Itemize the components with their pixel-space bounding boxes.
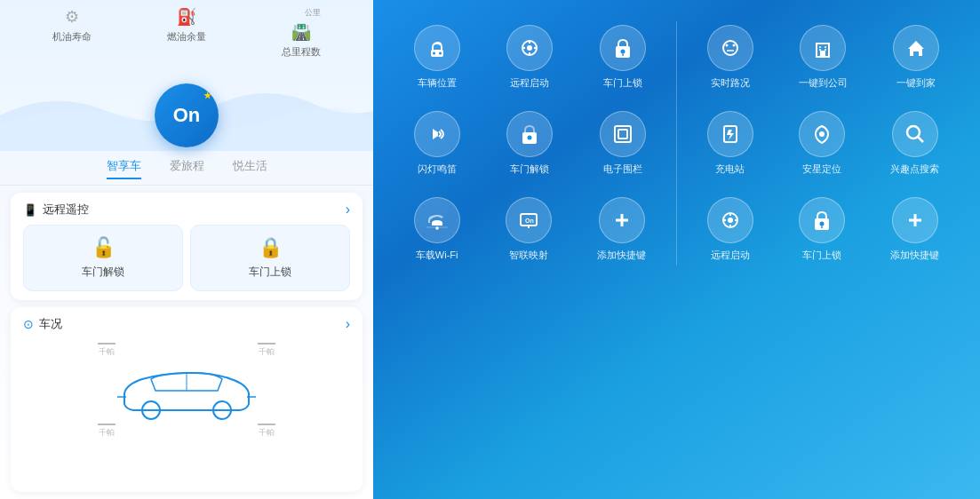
car-status-arrow-icon[interactable]: ›: [346, 316, 350, 332]
grid-add-shortcut1[interactable]: 添加快捷键: [594, 194, 649, 265]
svg-marker-17: [433, 129, 438, 139]
e-fence-icon: [600, 111, 646, 157]
car-position-icon: [414, 25, 460, 71]
km-unit: 公里: [305, 7, 321, 19]
door-lock2-icon: [799, 197, 845, 243]
to-office-icon: [800, 25, 846, 71]
grid-car-position[interactable]: 车辆位置: [410, 21, 464, 93]
tr-dash: [258, 343, 275, 345]
right-grid: 实时路况 一键到公司 一键到家: [684, 21, 962, 265]
to-home-icon: [893, 25, 939, 71]
grid-car-wifi[interactable]: 车载Wi-Fi: [410, 194, 464, 265]
remote-icon: 📱: [23, 203, 37, 217]
fuel-label: 燃油余量: [167, 30, 206, 44]
svg-point-29: [723, 41, 737, 55]
e-fence-label: 电子围栏: [603, 162, 642, 176]
svg-rect-34: [820, 51, 825, 57]
tr-label: 千帕: [259, 346, 275, 358]
logo-star: ★: [203, 91, 211, 100]
door-unlock-icon: [506, 111, 553, 157]
grid-e-fence[interactable]: 电子围栏: [596, 107, 649, 179]
remote-start2-label: 远程启动: [711, 249, 750, 262]
smart-cast-icon: On: [506, 197, 552, 243]
charging-station-label: 充电站: [715, 162, 745, 176]
tab-route[interactable]: 爱旅程: [170, 158, 204, 179]
safe-locate-label: 安星定位: [802, 162, 841, 176]
remote-control-title: 📱 远程遥控: [23, 202, 89, 218]
panel-divider: [676, 21, 677, 265]
car-status-card: ⊙ 车况 › 千帕 千帕: [11, 307, 363, 492]
tl-pressure: 千帕: [98, 343, 116, 358]
svg-rect-21: [618, 130, 627, 139]
add-shortcut1-label: 添加快捷键: [597, 249, 646, 262]
svg-text:On: On: [525, 218, 534, 224]
remote-control-card: 📱 远程遥控 › 🔓 车门解锁 🔒 车门上锁: [11, 193, 363, 300]
svg-point-15: [620, 50, 625, 54]
logo-area: On ★: [0, 80, 373, 151]
car-wifi-label: 车载Wi-Fi: [416, 249, 458, 262]
bl-dash: [98, 424, 116, 425]
top-pressure-row: 千帕 千帕: [98, 343, 275, 358]
tab-bar: 智享车 爱旅程 悦生活: [0, 151, 373, 186]
remote-control-header: 📱 远程遥控 ›: [23, 202, 350, 218]
tl-dash: [98, 343, 116, 345]
grid-realtime-traffic[interactable]: 实时路况: [704, 21, 757, 93]
grid-remote-start2[interactable]: 远程启动: [704, 194, 757, 265]
grid-door-lock[interactable]: 车门上锁: [596, 21, 649, 93]
car-status-header: ⊙ 车况 ›: [23, 316, 350, 332]
unlock-icon: 🔓: [92, 236, 116, 259]
br-label: 千帕: [259, 427, 275, 439]
left-panel: ⚙ 机油寿命 ⛽ 燃油余量 公里 🛣️ 总里程数 On ★ 智享车 爱旅程 悦生…: [0, 0, 373, 499]
grid-flash-horn[interactable]: 闪灯鸣笛: [410, 107, 464, 179]
tr-pressure: 千帕: [258, 343, 275, 358]
grid-smart-cast[interactable]: On 智联映射: [502, 194, 555, 265]
charging-station-icon: [707, 111, 753, 157]
remote-buttons-container: 🔓 车门解锁 🔒 车门上锁: [23, 225, 350, 291]
left-grid: 车辆位置 远程启动 车门上锁: [391, 21, 669, 265]
car-status-title: ⊙ 车况: [23, 316, 62, 332]
stat-fuel: ⛽ 燃油余量: [167, 7, 206, 44]
poi-search-icon: [892, 111, 938, 157]
to-office-label: 一键到公司: [799, 76, 848, 90]
add-shortcut2-label: 添加快捷键: [890, 249, 939, 262]
br-pressure: 千帕: [258, 424, 275, 439]
grid-add-shortcut2[interactable]: 添加快捷键: [887, 194, 943, 265]
logo-text: On: [173, 104, 201, 127]
remote-start-label: 远程启动: [510, 76, 549, 90]
svg-point-31: [732, 44, 735, 47]
stat-mileage: 公里 🛣️ 总里程数: [282, 7, 321, 59]
car-outline-svg: [98, 360, 275, 422]
svg-point-30: [725, 44, 728, 47]
bl-label: 千帕: [99, 427, 115, 439]
lock-button[interactable]: 🔒 车门上锁: [190, 225, 350, 291]
remote-start2-icon: [707, 197, 753, 243]
remote-arrow-icon[interactable]: ›: [346, 202, 350, 218]
grid-to-office[interactable]: 一键到公司: [795, 21, 851, 93]
svg-point-44: [728, 218, 733, 223]
door-lock-icon: [600, 25, 646, 71]
lock-icon: 🔒: [259, 236, 283, 259]
grid-safe-locate[interactable]: 安星定位: [795, 107, 849, 179]
right-panel: 车辆位置 远程启动 车门上锁: [373, 0, 980, 499]
unlock-button[interactable]: 🔓 车门解锁: [23, 225, 183, 291]
svg-point-41: [907, 126, 920, 139]
grid-poi-search[interactable]: 兴趣点搜索: [887, 107, 943, 179]
car-status-title-text: 车况: [39, 316, 62, 332]
engine-icon: ⚙: [65, 7, 79, 27]
grid-door-unlock[interactable]: 车门解锁: [503, 107, 556, 179]
svg-point-9: [527, 45, 532, 51]
grid-wrapper: 车辆位置 远程启动 车门上锁: [391, 21, 962, 265]
grid-remote-start[interactable]: 远程启动: [503, 21, 556, 93]
right-row-3: 远程启动 车门上锁 添加快捷键: [684, 194, 962, 265]
bottom-pressure-row: 千帕 千帕: [98, 424, 275, 439]
grid-door-lock2[interactable]: 车门上锁: [795, 194, 849, 265]
tab-smart-car[interactable]: 智享车: [107, 158, 141, 179]
grid-to-home[interactable]: 一键到家: [889, 21, 943, 93]
tab-life[interactable]: 悦生活: [233, 158, 267, 179]
svg-point-40: [819, 131, 825, 137]
car-wifi-icon: [414, 197, 460, 243]
right-row-1: 实时路况 一键到公司 一键到家: [684, 21, 962, 93]
bl-pressure: 千帕: [98, 424, 116, 439]
grid-charging-station[interactable]: 充电站: [704, 107, 757, 179]
remote-title-text: 远程遥控: [43, 202, 89, 218]
